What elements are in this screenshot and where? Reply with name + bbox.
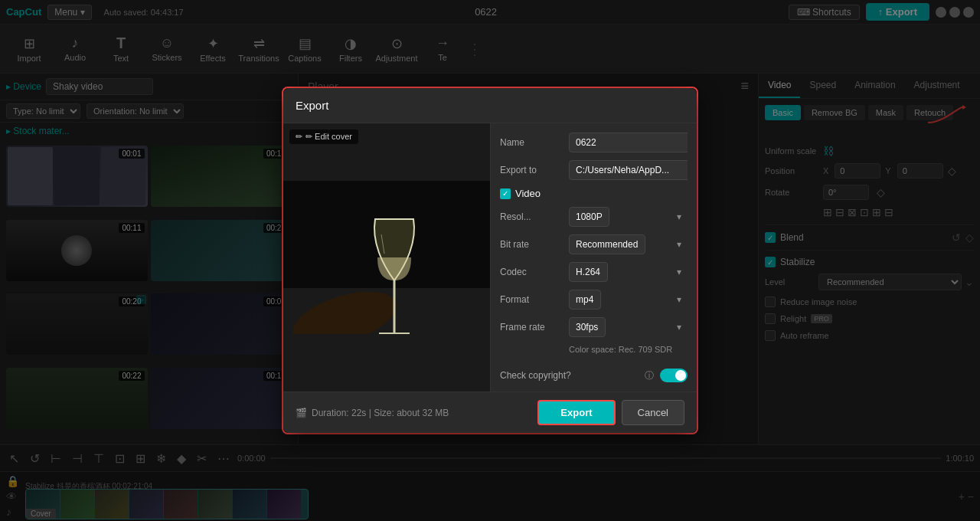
export-to-label: Export to xyxy=(500,165,569,175)
framerate-row: Frame rate 30fps 24fps 60fps xyxy=(500,317,688,337)
cancel-button[interactable]: Cancel xyxy=(622,400,684,425)
modal-preview: ✏ ✏ Edit cover xyxy=(283,123,490,392)
format-row: Format mp4 mov xyxy=(500,290,688,310)
modal-header: Export xyxy=(283,88,697,123)
format-select-wrapper: mp4 mov xyxy=(569,290,688,310)
codec-label: Codec xyxy=(500,267,569,277)
video-checkbox[interactable]: ✓ xyxy=(500,188,511,199)
footer-info-area: 🎬 Duration: 22s | Size: about 32 MB xyxy=(296,408,449,418)
resolution-select-wrapper: 1080P 720P 4K xyxy=(569,207,688,227)
export-path-row: 📁 xyxy=(569,160,688,180)
modal-body: ✏ ✏ Edit cover Name Export to xyxy=(283,123,697,392)
video-section-row: ✓ Video xyxy=(500,188,688,199)
preview-video xyxy=(283,181,490,334)
codec-select[interactable]: H.264 H.265 xyxy=(569,262,608,282)
bitrate-row: Bit rate Recommended Low High xyxy=(500,234,688,254)
resolution-label: Resol... xyxy=(500,211,569,222)
audio-section[interactable]: ▸ Audio xyxy=(500,362,688,362)
resolution-row: Resol... 1080P 720P 4K xyxy=(500,207,688,227)
format-select[interactable]: mp4 mov xyxy=(569,290,601,310)
codec-select-wrapper: H.264 H.265 xyxy=(569,262,688,282)
video-section-label: Video xyxy=(515,188,541,199)
color-space-text: Color space: Rec. 709 SDR xyxy=(500,345,688,354)
export-button[interactable]: Export xyxy=(537,400,615,425)
footer-buttons: Export Cancel xyxy=(537,400,684,425)
preview-canvas xyxy=(283,181,490,334)
edit-cover-button[interactable]: ✏ ✏ Edit cover xyxy=(289,129,358,144)
export-modal: Export ✏ ✏ Edit cover xyxy=(283,88,697,433)
copyright-row: Check copyright? ⓘ xyxy=(500,369,688,382)
bitrate-select[interactable]: Recommended Low High xyxy=(569,234,645,254)
framerate-label: Frame rate xyxy=(500,322,569,333)
video-file-icon: 🎬 xyxy=(296,408,307,418)
copyright-label: Check copyright? xyxy=(500,370,639,381)
footer-duration-size: Duration: 22s | Size: about 32 MB xyxy=(312,408,449,418)
copyright-toggle[interactable] xyxy=(660,369,688,382)
framerate-select-wrapper: 30fps 24fps 60fps xyxy=(569,317,688,337)
resolution-select[interactable]: 1080P 720P 4K xyxy=(569,207,609,227)
export-to-row: Export to 📁 xyxy=(500,160,688,180)
bitrate-select-wrapper: Recommended Low High xyxy=(569,234,688,254)
modal-settings: Name Export to 📁 xyxy=(490,123,697,392)
name-input[interactable] xyxy=(569,133,688,152)
modal-footer: 🎬 Duration: 22s | Size: about 32 MB Expo… xyxy=(283,392,697,433)
copyright-info-icon[interactable]: ⓘ xyxy=(645,369,654,382)
export-path-input[interactable] xyxy=(569,160,688,180)
format-label: Format xyxy=(500,294,569,305)
modal-overlay: Export ✏ ✏ Edit cover xyxy=(0,0,980,521)
name-label: Name xyxy=(500,137,569,148)
bitrate-label: Bit rate xyxy=(500,239,569,250)
audio-label: Audio xyxy=(509,362,533,362)
name-row: Name xyxy=(500,133,688,152)
export-modal-wrapper: Export ✏ ✏ Edit cover xyxy=(282,87,698,434)
framerate-select[interactable]: 30fps 24fps 60fps xyxy=(569,317,606,337)
codec-row: Codec H.264 H.265 xyxy=(500,262,688,282)
edit-icon: ✏ xyxy=(296,132,302,142)
audio-expand-icon: ▸ xyxy=(500,362,505,362)
settings-scrollable[interactable]: Name Export to 📁 xyxy=(500,133,688,362)
